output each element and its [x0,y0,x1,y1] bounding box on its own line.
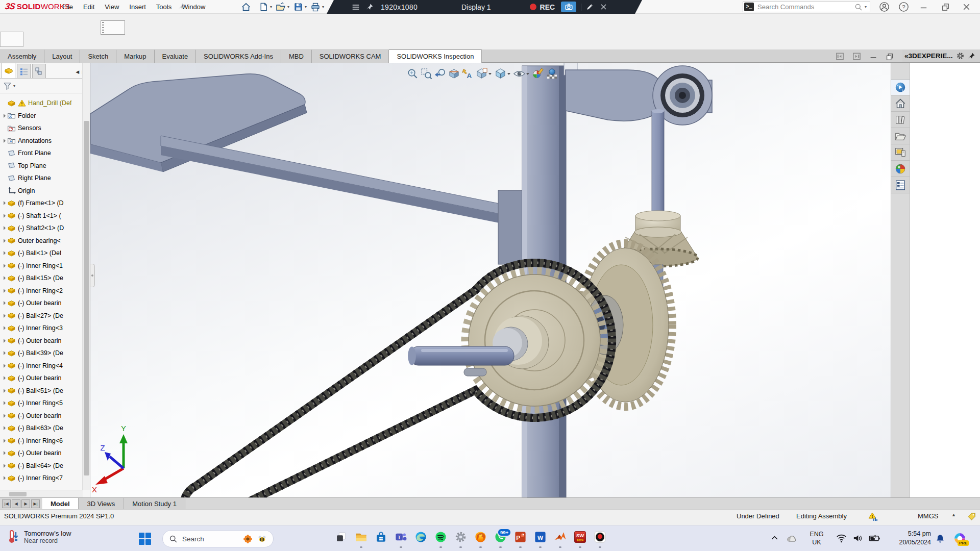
language-indicator[interactable]: ENG UK [807,530,826,546]
search-dropdown-caret[interactable]: ▾ [865,5,867,9]
menu-view[interactable]: View [100,3,124,11]
taskbar-search-box[interactable]: Search [162,530,274,547]
section-view-button[interactable] [447,67,461,81]
recorder-pencil-icon[interactable] [586,3,594,11]
tree-item[interactable]: (-) Ball<39> (De [0,347,83,360]
expand-arrow-icon[interactable] [2,389,7,393]
start-button[interactable] [139,533,151,545]
ribbon-tab-mbd[interactable]: MBD [281,49,312,63]
tree-item[interactable]: (-) Ball<27> (De [0,310,83,322]
taskbar-app-recorder[interactable] [593,529,607,548]
tree-item[interactable]: (-) Outer bearin [0,410,83,422]
next-tab-button[interactable]: ▶ [21,499,30,508]
expand-arrow-icon[interactable] [2,201,7,205]
ribbon-tab-assembly[interactable]: Assembly [0,49,44,63]
tree-item[interactable]: (-) Ball<15> (De [0,272,83,285]
print-dropdown-caret[interactable]: ▾ [322,5,324,9]
edit-appearance-button[interactable] [531,67,545,81]
apply-scene-button[interactable] [545,67,559,81]
assembly-model[interactable]: Y Z X [90,63,891,497]
taskpane-tab-custom-properties[interactable] [891,177,910,193]
dropdown-caret-icon[interactable] [526,73,529,75]
expand-arrow-icon[interactable] [2,439,7,443]
expand-arrow-icon[interactable] [2,451,7,455]
tree-item[interactable]: (-) Ball<63> (De [0,422,83,435]
new-dropdown-caret[interactable]: ▾ [270,5,272,9]
expand-arrow-icon[interactable] [2,376,7,380]
expand-arrow-icon[interactable] [2,464,7,468]
tree-vertical-scrollbar[interactable] [82,63,90,490]
ribbon-tab-evaluate[interactable]: Evaluate [155,49,197,63]
tree-item[interactable]: (-) Outer bearin [0,297,83,310]
wifi-icon[interactable] [836,533,847,543]
help-icon[interactable] [898,2,909,12]
taskbar-app-store[interactable] [374,529,388,548]
expand-arrow-icon[interactable] [2,114,7,118]
zoom-area-button[interactable] [420,67,433,81]
doc-restore-icon[interactable] [885,52,894,61]
taskpane-pin-icon[interactable] [967,52,975,60]
expand-arrow-icon[interactable] [2,351,7,355]
recorder-screenshot-button[interactable] [561,2,576,12]
expand-arrow-icon[interactable] [2,414,7,418]
expand-arrow-icon[interactable] [2,164,7,168]
tree-item[interactable]: (-) Inner Ring<1 [0,260,83,272]
taskbar-app-spotify[interactable] [434,529,448,548]
tree-item[interactable]: (-) Outer bearin [0,335,83,347]
next-window-icon[interactable] [852,52,862,61]
taskbar-app-powerpoint[interactable] [513,529,527,548]
expand-arrow-icon[interactable] [2,226,7,230]
tree-item[interactable]: (-) Inner Ring<7 [0,472,83,485]
dropdown-caret-icon[interactable] [488,73,492,75]
tree-item[interactable]: Hand_Drill (Def [0,97,83,110]
doc-tab-motion-study-1[interactable]: Motion Study 1 [124,498,185,509]
tree-item[interactable]: (-) Inner Ring<3 [0,322,83,335]
tree-item[interactable]: (f) Frame<1> (D [0,197,83,210]
ribbon-tab-layout[interactable]: Layout [44,49,80,63]
ribbon-tab-sketch[interactable]: Sketch [80,49,116,63]
taskpane-tab-file-explorer[interactable] [891,128,910,144]
expand-arrow-icon[interactable] [2,326,7,330]
tree-item[interactable]: Right Plane [0,172,83,185]
units-caret-icon[interactable]: ▲ [951,512,956,517]
recorder-pin-icon[interactable] [365,3,374,11]
tree-horizontal-scrollbar[interactable] [0,490,83,497]
taskbar-app-word[interactable] [533,529,547,548]
expand-arrow-icon[interactable] [2,401,7,405]
taskpane-tab-design-library[interactable] [891,112,910,128]
taskpane-settings-icon[interactable] [956,52,965,60]
tree-item[interactable]: Origin [0,185,83,197]
weather-widget[interactable]: Tomorrow's lowNear record [7,529,71,544]
graphics-viewport[interactable]: Y Z X [90,63,891,497]
tree-item[interactable]: Outer bearing< [0,235,83,247]
taskpane-tab-view-palette[interactable] [891,144,910,161]
panel-tabs-scroll-left-icon[interactable]: ◀ [76,69,79,74]
tree-item[interactable]: (-) Ball<1> (Def [0,247,83,260]
expand-arrow-icon[interactable] [2,301,7,305]
tree-item[interactable]: (-) Inner Ring<5 [0,397,83,410]
open-dropdown-caret[interactable]: ▾ [287,5,289,9]
ribbon-tab-markup[interactable]: Markup [116,49,154,63]
menubar-pin-icon[interactable] [178,3,186,11]
expand-arrow-icon[interactable] [2,239,7,243]
recorder-menu-icon[interactable] [351,3,360,12]
tray-chevron-up-icon[interactable] [770,533,779,543]
tag-icon[interactable] [967,512,976,521]
last-tab-button[interactable]: ▶| [31,499,40,508]
taskbar-app-whatsapp[interactable]: 99+ [494,529,507,548]
taskbar-app-teams[interactable] [394,529,408,548]
expand-arrow-icon[interactable] [2,339,7,343]
expand-arrow-icon[interactable] [2,426,7,430]
units-selector[interactable]: MMGS [918,512,938,520]
recorder-close-icon[interactable] [600,3,607,11]
display-style-button[interactable] [494,67,507,81]
expand-arrow-icon[interactable] [2,176,7,180]
dropdown-caret-icon[interactable] [507,73,510,75]
taskbar-app-matlab[interactable] [553,529,567,548]
expand-arrow-icon[interactable] [2,314,7,318]
ribbon-tab-solidworks-add-ins[interactable]: SOLIDWORKS Add-Ins [196,49,281,63]
notifications-bell-icon[interactable] [935,534,945,544]
doc-tab-3d-views[interactable]: 3D Views [79,498,124,509]
expand-arrow-icon[interactable] [2,189,7,193]
ribbon-tab-solidworks-inspection[interactable]: SOLIDWORKS Inspection [389,49,482,63]
